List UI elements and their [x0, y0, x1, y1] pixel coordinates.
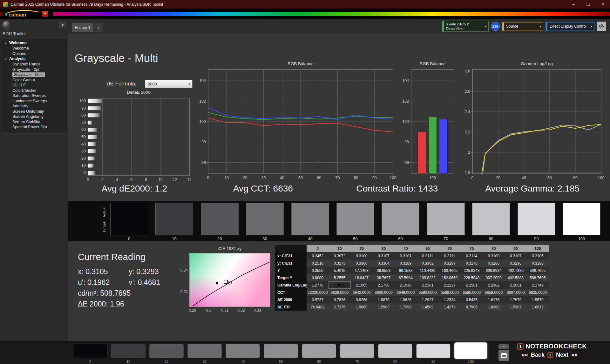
sidebar-item-grayscale-multi[interactable]: Grayscale - Multi: [1, 72, 67, 78]
sidebar-item-label: 3D LUT: [12, 83, 26, 87]
sidebar-item-label: Saturation Sweeps: [12, 93, 46, 98]
deltae-chart-title: DeltaE 2000: [88, 90, 189, 96]
svg-text:100: 100: [598, 176, 605, 180]
sidebar-item-saturation-sweeps[interactable]: Saturation Sweeps: [1, 93, 67, 98]
selected-cell[interactable]: 1.9908: [329, 281, 350, 289]
cell: 402.5883: [505, 274, 526, 281]
svg-text:90: 90: [372, 176, 377, 180]
meter-dropdown[interactable]: X-Rite i1Pro 2 Direct View ▾: [442, 21, 489, 32]
grayscale-swatch-strip: Actual Target 0102030405060708090100: [68, 201, 610, 241]
pattern-swatch-40[interactable]: [226, 344, 260, 358]
cell: 2.2362: [483, 281, 505, 289]
settings-button[interactable]: [597, 22, 606, 31]
sidebar-item-grayscale-2pt[interactable]: Grayscale - 2pt: [1, 67, 67, 72]
display-control-dropdown[interactable]: Direct Display Control ▾: [546, 22, 594, 31]
watermark-marker-1: 1: [517, 343, 524, 350]
cell: 1.2927: [417, 296, 438, 303]
current-reading-uv: u': 0.1962 v': 0.4681: [78, 278, 186, 287]
svg-text:2: 2: [468, 150, 470, 155]
grayscale-swatch-40: [291, 203, 329, 235]
cell: 68.1588: [395, 267, 417, 274]
row-label: ΔE ITP: [275, 303, 307, 311]
cell: 1.6176: [483, 296, 505, 303]
logo-dropdown-button[interactable]: ▾: [42, 11, 48, 17]
sidebar-item-colorchecker[interactable]: ColorChecker: [1, 88, 67, 93]
swatch-level-label: 60: [382, 236, 419, 241]
pattern-bar-expand-button[interactable]: ▴: [498, 344, 509, 349]
svg-text:104: 104: [402, 78, 409, 83]
svg-text:4: 4: [116, 178, 118, 182]
sidebar-item-options[interactable]: Options: [1, 51, 67, 57]
back-button[interactable]: Back: [531, 352, 545, 358]
source-dropdown[interactable]: Source ▾: [502, 22, 543, 31]
cell: 2.1938: [395, 281, 417, 289]
sidebar-item-label: Additivity: [12, 104, 28, 108]
chevron-down-icon: ▾: [538, 25, 543, 28]
tab-history-1[interactable]: History 1: [72, 23, 93, 32]
table-header-row: 0102030405060708090100: [275, 245, 549, 252]
grayscale-swatch-50: [336, 203, 374, 235]
maximize-button[interactable]: □: [581, 0, 595, 9]
sidebar-item-screen-stability[interactable]: Screen Stability: [1, 119, 67, 125]
pattern-window-button[interactable]: [498, 350, 509, 361]
cell: 1.5983: [373, 303, 395, 311]
pattern-swatch-80[interactable]: [378, 344, 412, 358]
pattern-swatch-60[interactable]: [302, 344, 336, 358]
pattern-swatch-90[interactable]: [416, 344, 451, 358]
sidebar-item-spectral-power-dist[interactable]: Spectral Power Dist.: [1, 125, 67, 130]
sidebar-item-luminance-sweeps[interactable]: Luminance Sweeps: [1, 98, 67, 104]
cell: 0.7836: [329, 296, 350, 303]
col-header-30: 30: [373, 245, 395, 252]
svg-text:60: 60: [317, 176, 321, 180]
sidebar-item-additivity[interactable]: Additivity: [1, 104, 67, 109]
cell: 6649.0000: [395, 289, 417, 296]
sidebar-group-analysis[interactable]: ▾Analysis: [1, 56, 67, 62]
sidebar-orb-button[interactable]: [3, 21, 10, 29]
back-chevrons-icon[interactable]: ««: [522, 352, 528, 358]
col-header-80: 80: [483, 245, 505, 252]
pattern-swatch-20[interactable]: [149, 344, 184, 358]
pattern-level-label: 80: [378, 360, 412, 363]
next-chevrons-icon[interactable]: »»: [571, 352, 578, 358]
cell: 76.9482: [307, 303, 329, 311]
pattern-swatch-30[interactable]: [187, 344, 222, 358]
cie-y-tick: 0.34: [177, 268, 188, 273]
display-control-label: Direct Display Control: [547, 24, 589, 29]
sidebar-item-label: Grayscale - Multi: [12, 72, 45, 77]
pattern-swatch-10[interactable]: [111, 344, 146, 358]
minimize-button[interactable]: –: [566, 0, 581, 9]
svg-text:80: 80: [354, 176, 358, 180]
reading-cd: cd/m²: 508.7695: [78, 289, 131, 297]
cell: 1.2334: [439, 296, 461, 303]
svg-text:40: 40: [522, 176, 526, 180]
swatch-level-label: 30: [246, 236, 284, 241]
sidebar-item-welcome[interactable]: Welcome: [1, 46, 67, 51]
col-header-60: 60: [439, 245, 461, 252]
current-reading-title: Current Reading: [78, 252, 146, 262]
sidebar-item-dynamic-range[interactable]: Dynamic Range: [1, 62, 67, 67]
col-header-20: 20: [351, 245, 373, 252]
sidebar-group-welcome[interactable]: ▾Welcome: [1, 40, 67, 46]
app-icon: [3, 2, 8, 7]
pattern-swatch-100[interactable]: [454, 342, 487, 359]
cell: 109.8232: [417, 274, 438, 281]
sidebar-item-screen-uniformity[interactable]: Screen Uniformity: [1, 109, 67, 114]
svg-text:2.2: 2.2: [465, 130, 470, 134]
next-button[interactable]: Next: [556, 352, 568, 358]
sidebar-collapse-button[interactable]: ◀: [59, 22, 65, 28]
current-reading-xy: x: 0.3105 y: 0.3293: [78, 267, 186, 276]
sidebar-group-label: Analysis: [9, 57, 25, 61]
swatch-level-label: 10: [155, 236, 193, 241]
grayscale-swatch-10: [155, 203, 193, 235]
close-button[interactable]: ×: [595, 0, 610, 9]
pattern-swatch-70[interactable]: [340, 344, 374, 358]
pattern-swatch-50[interactable]: [264, 344, 298, 358]
sidebar-item-color-gamut[interactable]: Color Gamut: [1, 78, 67, 83]
sidebar-item-screen-angularity[interactable]: Screen Angularity: [1, 114, 67, 119]
gamma-chart-svg: 0204060801001.822.22.42.62.8: [455, 68, 605, 186]
tab-add-button[interactable]: +: [94, 23, 103, 32]
grayscale-swatch-70: [427, 203, 465, 235]
de-formula-dropdown[interactable]: 2000 ▾: [145, 80, 193, 88]
sidebar-item-3d-lut[interactable]: 3D LUT: [1, 83, 67, 88]
pattern-swatch-0[interactable]: [73, 344, 107, 358]
